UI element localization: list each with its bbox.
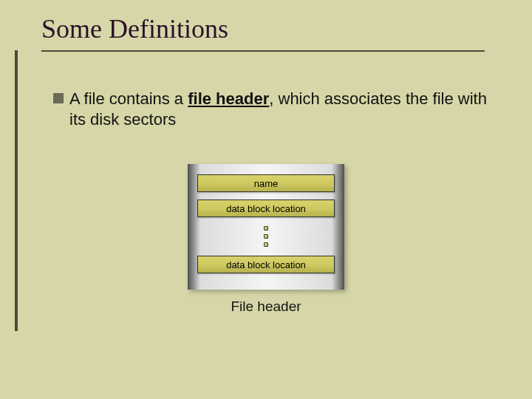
field-name: name (197, 174, 335, 192)
field-data-block-b: data block location (197, 256, 335, 273)
bullet-term: file header (188, 89, 269, 108)
dot-icon (264, 226, 268, 231)
slide: Some Definitions A file contains a file … (0, 0, 532, 399)
dot-icon (264, 234, 268, 239)
slide-title: Some Definitions (41, 13, 228, 44)
bullet-prefix: A file contains a (69, 89, 188, 108)
field-data-block-a: data block location (197, 200, 335, 217)
file-header-figure: name data block location data block loca… (188, 164, 344, 290)
bullet-square-icon (53, 93, 64, 103)
figure-caption: File header (188, 299, 344, 315)
bullet-text: A file contains a file header, which ass… (69, 89, 497, 129)
side-rule (15, 50, 18, 331)
ellipsis-dots (264, 226, 268, 247)
title-underline (41, 50, 485, 52)
dot-icon (264, 242, 268, 247)
bullet-item: A file contains a file header, which ass… (53, 89, 497, 129)
